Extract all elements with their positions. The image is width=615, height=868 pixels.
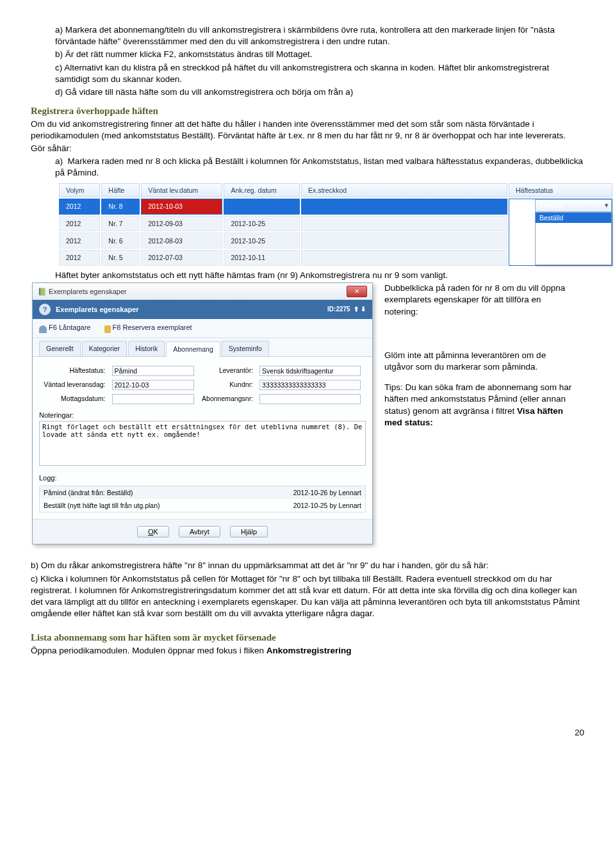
lock-icon	[104, 325, 111, 333]
lbl-vantad: Väntad leveransdag:	[40, 379, 108, 391]
help-button[interactable]: Hjälp	[230, 526, 268, 537]
tab-kategorier[interactable]: Kategorier	[82, 341, 127, 356]
help-icon[interactable]: ?	[39, 304, 51, 315]
f8-reservera[interactable]: F8 Reservera exemplaret	[104, 323, 192, 332]
log-item-date: 2012-10-26 by Lennart	[293, 488, 361, 497]
section1-title: Registrera överhoppade häften	[31, 104, 584, 117]
status-option[interactable]: Reklamerat	[536, 244, 611, 254]
status-selected[interactable]: Beställd	[535, 199, 612, 212]
log-item-text: Beställt (nytt häfte lagt till från utg.…	[44, 501, 160, 510]
log-list: Påmind (ändrat från: Beställd)2012-10-26…	[39, 486, 366, 512]
abonr-field[interactable]	[259, 394, 361, 404]
section2-title: Lista abonnemang som har häften som är m…	[31, 631, 584, 644]
dialog-id: ID:2275 ⬆ ⬇	[327, 305, 366, 314]
side-p1: Glöm inte att påminna leverantören om de…	[384, 350, 577, 373]
lbl-kundnr: Kundnr:	[199, 379, 256, 391]
section1-gor: Gör såhär:	[31, 143, 584, 154]
col-streckkod[interactable]: Ex.streckkod	[301, 183, 507, 197]
mottag-field[interactable]	[112, 394, 194, 404]
lbl-noteringar: Noteringar:	[39, 411, 366, 420]
dialog-header: Exemplarets egenskaper	[56, 306, 139, 313]
dialog-title: 📗 Exemplarets egenskaper	[38, 287, 127, 297]
after-c: c) Klicka i kolumnen för Ankomststatus p…	[31, 573, 584, 620]
intro-a: a) Markera det abonnemang/titeln du vill…	[55, 24, 584, 47]
exemplar-dialog: 📗 Exemplarets egenskaper ✕ ?Exemplarets …	[32, 283, 373, 545]
section1-a: a) Markera raden med nr 8 och klicka på …	[55, 156, 584, 179]
status-option[interactable]: Ej levererat	[536, 254, 611, 265]
tab-generellt[interactable]: Generellt	[39, 341, 81, 356]
section1-p1: Om du vid ankomstregistrering finner att…	[31, 119, 584, 142]
side-p2: Tips: Du kan söka fram de abonnemang som…	[384, 382, 577, 429]
intro-b: b) Är det rätt nummer klicka F2, ankomst…	[55, 49, 584, 60]
person-icon	[39, 325, 47, 333]
lbl-logg: Logg:	[39, 473, 366, 483]
status-option[interactable]: Mottagen	[536, 233, 611, 243]
kundnr-field[interactable]	[259, 380, 361, 390]
cancel-button[interactable]: Avbryt	[179, 526, 220, 537]
f6-lantagare[interactable]: F6 Låntagare	[39, 323, 90, 332]
section2-p: Öppna periodikamodulen. Modulen öppnar m…	[31, 645, 584, 657]
col-volym[interactable]: Volym	[59, 183, 100, 197]
status-dropdown[interactable]: Beställd Beställd Påmind Mottagen Reklam…	[535, 199, 612, 265]
col-ank[interactable]: Ank.reg. datum	[224, 183, 300, 197]
table-row[interactable]: 2012 Nr. 8 2012-10-03 Beställd Beställd …	[59, 199, 612, 215]
lbl-mottag: Mottagsdatum:	[40, 393, 108, 405]
status-option[interactable]: Påmind	[536, 223, 611, 233]
log-item-date: 2012-10-25 by Lennart	[293, 501, 361, 510]
after-b: b) Om du råkar ankomstregistrera häfte "…	[31, 560, 584, 571]
tab-systeminfo[interactable]: Systeminfo	[222, 341, 269, 356]
lbl-haftestatus: Häftestatus:	[40, 364, 108, 377]
lbl-abonr: Abonnemangsnr:	[199, 393, 256, 405]
vantad-field[interactable]	[112, 380, 194, 390]
col-status[interactable]: Häftesstatus	[509, 183, 612, 197]
tab-abonnemang[interactable]: Abonnemang	[166, 341, 220, 356]
col-vantat[interactable]: Väntat lev.datum	[141, 183, 222, 197]
leverantor-field[interactable]	[259, 366, 361, 376]
intro-c: c) Alternativt kan du klistra på en stre…	[55, 62, 584, 85]
intro-d: d) Gå vidare till nästa häfte som du vil…	[55, 86, 584, 98]
mid-p1: Häftet byter ankomststatus och ett nytt …	[55, 270, 584, 281]
haften-table: Volym Häfte Väntat lev.datum Ank.reg. da…	[58, 182, 614, 267]
tab-historik[interactable]: Historik	[128, 341, 165, 356]
col-hafte[interactable]: Häfte	[101, 183, 140, 197]
lbl-leverantor: Leverantör:	[199, 364, 256, 377]
noteringar-input[interactable]	[39, 421, 366, 466]
mid-p2: Dubbelklicka på raden för nr 8 om du vil…	[384, 283, 577, 318]
log-item-text: Påmind (ändrat från: Beställd)	[44, 488, 133, 497]
close-icon[interactable]: ✕	[347, 286, 367, 297]
page-number: 20	[31, 727, 584, 739]
ok-button[interactable]: OK	[137, 526, 169, 537]
status-option[interactable]: Beställd	[536, 213, 611, 223]
haftestatus-field[interactable]	[112, 366, 194, 376]
